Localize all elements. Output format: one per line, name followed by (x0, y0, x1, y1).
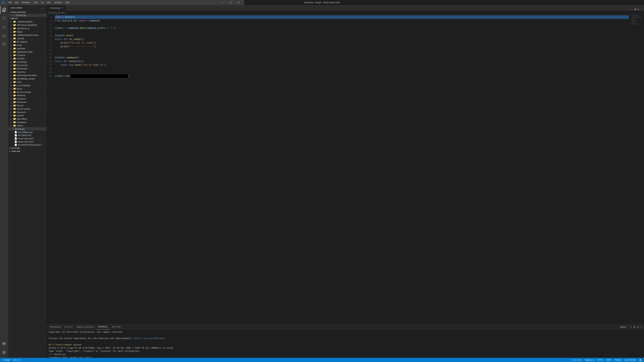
sidebar-content: ▾ Open Editors ✕ ○ Donnie.py ▾ NMAYS ▸ 📁 (8, 11, 46, 139)
more-options-icon[interactable]: … (41, 6, 44, 9)
folder-qtwebengine[interactable]: ▸ 📁 .QtWebEngineProcess (8, 33, 46, 37)
tab-close-icon[interactable]: ✕ (62, 6, 64, 9)
folder-origin[interactable]: ▸ 📁 Origin (8, 30, 46, 33)
folder-icon: 📁 (13, 94, 16, 97)
folder-searches[interactable]: ▸ 📁 Searches (8, 110, 46, 114)
menu-view[interactable]: View (32, 1, 39, 4)
code-line-1: import discord (55, 15, 244, 19)
menu-file[interactable]: File (7, 1, 13, 4)
titlebar: File Edit Selection View Go Run Terminal… (0, 0, 244, 5)
git-button[interactable] (0, 23, 8, 31)
explorer-button[interactable] (0, 6, 8, 14)
folder-startmenu[interactable]: ▸ 📁 Start Menu (8, 117, 46, 120)
folder-sendto[interactable]: ▸ 📁 SendTo ← (8, 114, 46, 117)
folder-icon: 📁 (13, 101, 16, 103)
folder-mctranscodingsdk[interactable]: ▸ 📁 .MCTranscodingSDK (8, 23, 46, 27)
folder-onedrive[interactable]: ▸ 📁 OneDrive (8, 97, 46, 100)
folder-icon: 📁 (13, 81, 16, 83)
folder-documents[interactable]: ▸ 📁 Documents (8, 63, 46, 67)
folder-localsettings[interactable]: ▸ 📁 Local Settings ← (8, 84, 46, 87)
folder-cookies[interactable]: ▸ 📁 Cookies ← (8, 57, 46, 60)
symlink-badge: ← (44, 51, 46, 53)
close-tab-icon[interactable]: ✕ (12, 14, 14, 16)
code-line-13: async def hello(ctx): (55, 59, 244, 63)
svg-rect-1 (3, 1, 4, 2)
folder-installAnywhere[interactable]: ▸ 📁 .InstallAnywhere (8, 20, 46, 23)
file-jennabday[interactable]: 📄 JennaBday.osp (8, 131, 46, 134)
breadcrumb-file[interactable]: Donnie.py (48, 11, 57, 14)
folder-intelgraphics[interactable]: ▸ 📁 IntelGraphicsProfiles (8, 73, 46, 77)
open-file-donnie[interactable]: ✕ ○ Donnie.py (8, 14, 46, 17)
file-donniepy[interactable]: ○ Donnie.py (8, 127, 46, 131)
search-button[interactable] (0, 14, 8, 22)
breadcrumb-symbol[interactable]: client (60, 11, 65, 14)
folder-curseforge[interactable]: ▸ 📁 curseforge (8, 60, 46, 63)
folder-printhood[interactable]: ▸ 📁 PrintHood ← (8, 100, 46, 104)
folder-icon: 📁 (13, 50, 16, 53)
folder-ansel[interactable]: ▸ 📁 ansel (8, 43, 46, 47)
folder-favorites[interactable]: ▸ 📁 Favorites (8, 70, 46, 73)
code-editor: 1 2 3 4 5 6 7 8 9 10 11 12 13 14 (46, 14, 244, 139)
folder-nethood[interactable]: ▸ 📁 NetHood ← (8, 94, 46, 97)
svg-rect-0 (2, 1, 3, 2)
folder-jennabday[interactable]: ▸ 📁 JennaBday_assets (8, 77, 46, 80)
menu-go[interactable]: Go (40, 1, 45, 4)
close-button[interactable]: ✕ (235, 0, 242, 5)
folder-openshot[interactable]: ▸ 📁 .openshot_qt (8, 27, 46, 30)
folder-savedgames[interactable]: ▸ 📁 Saved Games (8, 107, 46, 110)
folder-icon: 📁 (13, 60, 16, 63)
main-area: Explorer ︎ … ▾ Open Editors ✕ ○ Donnie.p… (8, 5, 244, 139)
folder-icon: 📁 (13, 74, 16, 77)
titlebar-left: File Edit Selection View Go Run Terminal… (2, 1, 70, 4)
activity-bar (0, 5, 8, 139)
menu-terminal[interactable]: Terminal (53, 1, 63, 4)
code-line-17: client.run( ) (55, 74, 244, 78)
file-name: JennaBday.osp (18, 131, 33, 133)
folder-icon: 📁 (13, 37, 16, 40)
nmays-section[interactable]: ▾ NMAYS (8, 17, 46, 20)
titlebar-menu: File Edit Selection View Go Run Terminal… (7, 1, 70, 4)
folder-downloads[interactable]: ▸ 📁 Downloads (8, 67, 46, 70)
folder-appdata[interactable]: ▸ 📁 AppData (8, 47, 46, 50)
editor-area: ○ Donnie.py ✕ ▶ ∥ … Donnie.py ❯ client (46, 5, 244, 139)
folder-icon: 📁 (13, 64, 16, 66)
folder-icon: 📁 (13, 44, 16, 46)
extensions-button[interactable] (0, 40, 8, 49)
workspace: Explorer ︎ … ▾ Open Editors ✕ ○ Donnie.p… (8, 5, 244, 139)
tab-donniepy[interactable]: ○ Donnie.py ✕ (46, 5, 66, 11)
folder-mydocuments[interactable]: ▸ 📁 My Documents ← (8, 90, 46, 94)
folder-icon: 📁 (13, 40, 16, 43)
folder-contacts[interactable]: ▸ 📁 Contacts (8, 53, 46, 57)
menu-help[interactable]: Help (64, 1, 71, 4)
file-ntuser-log1[interactable]: 📄 ntuser.dat.LOG1 (8, 137, 46, 139)
folder-application-data[interactable]: ▸ 📁 Application Data ← (8, 50, 46, 53)
code-content[interactable]: import discord from discord.ext import c… (53, 14, 244, 139)
folder-videos[interactable]: ▸ 📁 Videos (8, 124, 46, 127)
file-icon: 📄 (14, 137, 17, 139)
file-ntuser-dat[interactable]: 📄 NTUSER.DAT (8, 134, 46, 137)
menu-run[interactable]: Run (46, 1, 52, 4)
menu-selection[interactable]: Selection (20, 1, 31, 4)
folder-3dobjects[interactable]: ▸ 📁 3D Objects (8, 40, 46, 43)
folder-recent[interactable]: ▸ 📁 Recent ← (8, 104, 46, 107)
folder-links[interactable]: ▸ 📁 Links (8, 80, 46, 84)
minimize-button[interactable]: ─ (219, 0, 226, 5)
new-file-icon[interactable]: ︎ (40, 6, 40, 9)
folder-icon: 📁 (13, 54, 16, 56)
svg-rect-2 (2, 3, 3, 4)
folder-templates[interactable]: ▸ 📁 Templates ← (8, 120, 46, 124)
file-icon: 📄 (14, 131, 17, 133)
svg-rect-3 (3, 3, 4, 4)
menu-edit[interactable]: Edit (14, 1, 20, 4)
line-numbers: 1 2 3 4 5 6 7 8 9 10 11 12 13 14 (46, 14, 53, 139)
python-icon: ○ (13, 128, 14, 130)
debug-button[interactable] (0, 32, 8, 40)
folder-icon: 📁 (13, 47, 16, 50)
folder-music[interactable]: ▸ 📁 Music (8, 87, 46, 90)
open-editors-section[interactable]: ▾ Open Editors (8, 11, 46, 14)
folder-icon: 📁 (13, 104, 16, 107)
sidebar-header: Explorer ︎ … (8, 5, 46, 11)
maximize-button[interactable]: ☐ (227, 0, 234, 5)
folder-vscode[interactable]: ▸ 📁 .vscode (8, 37, 46, 40)
python-file-icon: ○ (14, 14, 16, 16)
